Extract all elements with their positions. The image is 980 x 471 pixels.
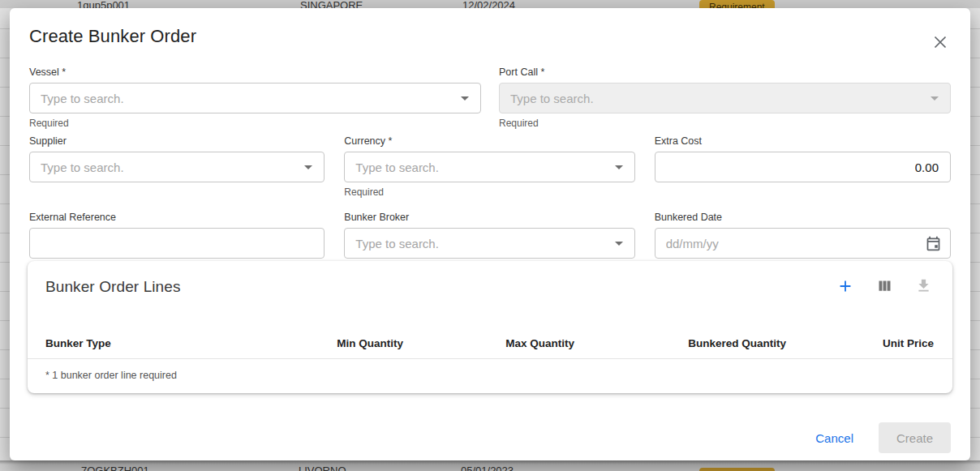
vessel-select[interactable] (29, 83, 481, 113)
bunker-broker-input[interactable] (345, 229, 634, 258)
external-reference-label: External Reference (29, 212, 325, 224)
supplier-label: Supplier (29, 135, 325, 148)
cancel-button[interactable]: Cancel (812, 426, 857, 450)
extra-cost-field[interactable] (655, 152, 951, 182)
dialog-title: Create Bunker Order (29, 26, 951, 47)
port-call-select (499, 83, 951, 113)
close-icon (932, 34, 948, 53)
supplier-select[interactable] (29, 152, 325, 182)
port-call-input (500, 83, 950, 113)
background-table-row: 1qup5p001 SINGAPORE 12/02/2024 Requireme… (0, 0, 980, 8)
plus-icon (836, 277, 854, 298)
port-call-helper-text: Required (499, 118, 951, 128)
lines-table-header: Bunker Type Min Quantity Max Quantity Bu… (28, 337, 952, 359)
column-header-max-quantity: Max Quantity (403, 337, 574, 349)
background-table-row: 7QGKBZH001 LIVORNO 05/01/2023 Requiremen… (0, 460, 980, 471)
bunker-order-lines-card: Bunker Order Lines (28, 261, 952, 393)
vessel-field-group: Vessel * Required (29, 66, 481, 128)
supplier-input[interactable] (30, 152, 324, 182)
row-port: SINGAPORE (300, 0, 363, 8)
row-reference: 7QGKBZH001 (81, 465, 149, 471)
external-reference-input[interactable] (30, 229, 324, 258)
download-button[interactable] (913, 277, 933, 297)
download-icon (915, 277, 932, 297)
dialog-actions: Cancel Create (29, 422, 951, 453)
column-header-bunkered-quantity: Bunkered Quantity (574, 337, 786, 349)
status-badge: Requirement (699, 468, 775, 471)
bunkered-date-input[interactable] (655, 229, 950, 258)
row-date: 12/02/2024 (462, 0, 515, 8)
create-bunker-order-dialog: Create Bunker Order Vessel * Required Po… (10, 8, 970, 460)
extra-cost-field-group: Extra Cost (655, 135, 951, 197)
row-reference: 1qup5p001 (77, 0, 130, 8)
bunker-broker-select[interactable] (344, 228, 634, 259)
vessel-helper-text: Required (29, 118, 481, 128)
lines-toolbar (836, 277, 933, 297)
background-right-edge (970, 0, 980, 471)
currency-select[interactable] (344, 152, 634, 182)
create-button[interactable]: Create (879, 422, 951, 453)
currency-helper-text: Required (344, 187, 634, 197)
lines-card-header: Bunker Order Lines (28, 277, 952, 297)
row-date: 05/01/2023 (461, 465, 514, 471)
vessel-label: Vessel * (29, 66, 481, 79)
supplier-field-group: Supplier (29, 135, 325, 197)
vessel-input[interactable] (30, 83, 480, 113)
bunker-broker-field-group: Bunker Broker (344, 212, 634, 259)
bunker-broker-label: Bunker Broker (344, 212, 634, 224)
bunkered-date-field[interactable] (655, 228, 951, 259)
lines-required-message: * 1 bunker order line required (28, 359, 952, 393)
close-button[interactable] (930, 32, 951, 54)
column-header-min-quantity: Min Quantity (257, 337, 403, 349)
port-call-label: Port Call * (499, 66, 951, 79)
external-reference-field-group: External Reference (29, 212, 325, 259)
column-header-unit-price: Unit Price (786, 337, 934, 349)
status-badge: Requirement (699, 0, 775, 8)
currency-label: Currency * (344, 135, 634, 148)
form-row-3: External Reference Bunker Broker Bunkere… (29, 212, 951, 259)
row-port: LIVORNO (299, 465, 346, 471)
currency-input[interactable] (345, 152, 634, 182)
form-row-2: Supplier Currency * Required Extra Cost (29, 135, 951, 197)
form-row-1: Vessel * Required Port Call * Required (29, 66, 951, 128)
column-settings-button[interactable] (875, 277, 894, 297)
add-line-button[interactable] (836, 277, 855, 297)
view-column-icon (876, 277, 893, 297)
bunkered-date-label: Bunkered Date (655, 212, 951, 224)
currency-field-group: Currency * Required (344, 135, 634, 197)
external-reference-field[interactable] (29, 228, 325, 259)
background-left-edge (0, 0, 10, 471)
bunkered-date-field-group: Bunkered Date (655, 212, 951, 259)
lines-section-title: Bunker Order Lines (45, 278, 181, 296)
extra-cost-label: Extra Cost (655, 135, 951, 148)
column-header-bunker-type: Bunker Type (45, 337, 257, 349)
port-call-field-group: Port Call * Required (499, 66, 951, 128)
extra-cost-input[interactable] (655, 152, 950, 182)
